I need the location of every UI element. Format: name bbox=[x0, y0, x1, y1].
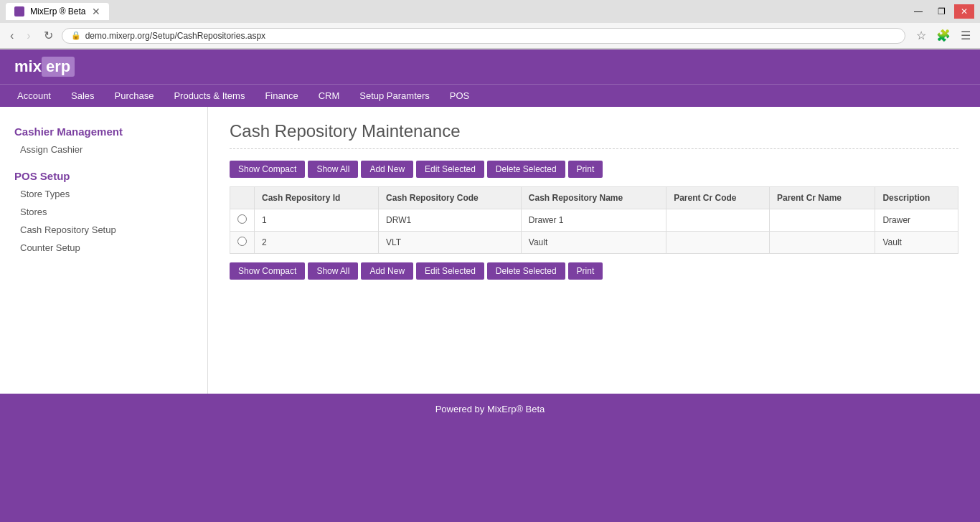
row-radio-cell[interactable] bbox=[230, 209, 255, 232]
show-compact-button-top[interactable]: Show Compact bbox=[230, 161, 305, 178]
title-bar: MixErp ® Beta ✕ — ❐ ✕ bbox=[0, 0, 980, 23]
row-description: Drawer bbox=[875, 209, 958, 232]
nav-crm[interactable]: CRM bbox=[308, 85, 350, 107]
row-code: VLT bbox=[379, 232, 522, 254]
extension-button[interactable]: 🧩 bbox=[933, 27, 954, 44]
main-content: Cash Repository Maintenance Show Compact… bbox=[208, 107, 980, 394]
row-description: Vault bbox=[875, 232, 958, 254]
footer-text: Powered by MixErp® Beta bbox=[435, 404, 545, 414]
row-radio-0[interactable] bbox=[237, 214, 247, 224]
browser-chrome: MixErp ® Beta ✕ — ❐ ✕ ‹ › ↻ 🔒 demo.mixer… bbox=[0, 0, 980, 49]
url-text: demo.mixerp.org/Setup/CashRepositories.a… bbox=[85, 31, 265, 41]
toolbar-bottom: Show Compact Show All Add New Edit Selec… bbox=[230, 262, 958, 280]
nav-purchase[interactable]: Purchase bbox=[105, 85, 164, 107]
data-table: Cash Repository Id Cash Repository Code … bbox=[230, 186, 958, 254]
row-code: DRW1 bbox=[379, 209, 522, 232]
page-title: Cash Repository Maintenance bbox=[230, 121, 958, 149]
close-button[interactable]: ✕ bbox=[954, 4, 974, 19]
browser-tab[interactable]: MixErp ® Beta ✕ bbox=[6, 3, 109, 20]
sidebar-pos-setup-title: POS Setup bbox=[0, 166, 207, 185]
col-code: Cash Repository Code bbox=[379, 187, 522, 209]
row-parent-cr-code bbox=[666, 232, 770, 254]
logo-erp: erp bbox=[42, 57, 75, 77]
table-header: Cash Repository Id Cash Repository Code … bbox=[230, 187, 958, 209]
row-parent-cr-name bbox=[769, 232, 875, 254]
row-radio-cell[interactable] bbox=[230, 232, 255, 254]
sidebar-cashier-management-title: Cashier Management bbox=[0, 121, 207, 141]
row-name: Vault bbox=[521, 232, 666, 254]
bookmark-button[interactable]: ☆ bbox=[913, 27, 930, 44]
main-nav: Account Sales Purchase Products & Items … bbox=[0, 84, 980, 107]
nav-finance[interactable]: Finance bbox=[255, 85, 308, 107]
tab-title: MixErp ® Beta bbox=[30, 6, 86, 16]
show-compact-button-bottom[interactable]: Show Compact bbox=[230, 262, 305, 280]
content-wrapper: Cashier Management Assign Cashier POS Se… bbox=[0, 107, 980, 394]
sidebar-item-cash-repository-setup[interactable]: Cash Repository Setup bbox=[0, 221, 207, 239]
sidebar: Cashier Management Assign Cashier POS Se… bbox=[0, 107, 208, 394]
tab-favicon bbox=[14, 6, 24, 16]
url-box[interactable]: 🔒 demo.mixerp.org/Setup/CashRepositories… bbox=[62, 28, 905, 44]
logo-mix: mix bbox=[14, 57, 42, 76]
print-button-bottom[interactable]: Print bbox=[568, 262, 603, 280]
toolbar-top: Show Compact Show All Add New Edit Selec… bbox=[230, 161, 958, 178]
menu-button[interactable]: ☰ bbox=[957, 27, 974, 44]
browser-toolbar: ☆ 🧩 ☰ bbox=[913, 27, 974, 44]
edit-selected-button-top[interactable]: Edit Selected bbox=[416, 161, 484, 178]
delete-selected-button-top[interactable]: Delete Selected bbox=[487, 161, 565, 178]
maximize-button[interactable]: ❐ bbox=[931, 4, 951, 19]
col-radio bbox=[230, 187, 255, 209]
col-name: Cash Repository Name bbox=[521, 187, 666, 209]
table-body: 1 DRW1 Drawer 1 Drawer 2 VLT Vault Vault bbox=[230, 209, 958, 254]
sidebar-item-assign-cashier[interactable]: Assign Cashier bbox=[0, 141, 207, 158]
url-icon: 🔒 bbox=[71, 31, 81, 40]
sidebar-item-stores[interactable]: Stores bbox=[0, 203, 207, 221]
row-parent-cr-name bbox=[769, 209, 875, 232]
window-controls: — ❐ ✕ bbox=[908, 4, 974, 19]
forward-button[interactable]: › bbox=[22, 28, 34, 44]
col-parent-cr-code: Parent Cr Code bbox=[666, 187, 770, 209]
sidebar-item-counter-setup[interactable]: Counter Setup bbox=[0, 239, 207, 257]
edit-selected-button-bottom[interactable]: Edit Selected bbox=[416, 262, 484, 280]
tab-close-button[interactable]: ✕ bbox=[92, 6, 100, 17]
nav-sales[interactable]: Sales bbox=[61, 85, 105, 107]
row-id: 1 bbox=[255, 209, 379, 232]
add-new-button-top[interactable]: Add New bbox=[361, 161, 413, 178]
footer: Powered by MixErp® Beta bbox=[0, 394, 980, 424]
row-parent-cr-code bbox=[666, 209, 770, 232]
sidebar-item-store-types[interactable]: Store Types bbox=[0, 185, 207, 203]
refresh-button[interactable]: ↻ bbox=[39, 27, 57, 44]
col-id: Cash Repository Id bbox=[255, 187, 379, 209]
address-bar: ‹ › ↻ 🔒 demo.mixerp.org/Setup/CashReposi… bbox=[0, 23, 980, 49]
show-all-button-bottom[interactable]: Show All bbox=[308, 262, 358, 280]
col-description: Description bbox=[875, 187, 958, 209]
table-row[interactable]: 1 DRW1 Drawer 1 Drawer bbox=[230, 209, 958, 232]
app-header: mix erp bbox=[0, 49, 980, 84]
row-name: Drawer 1 bbox=[521, 209, 666, 232]
back-button[interactable]: ‹ bbox=[6, 28, 18, 44]
delete-selected-button-bottom[interactable]: Delete Selected bbox=[487, 262, 565, 280]
show-all-button-top[interactable]: Show All bbox=[308, 161, 358, 178]
nav-setup-params[interactable]: Setup Paramters bbox=[349, 85, 440, 107]
nav-account[interactable]: Account bbox=[7, 85, 61, 107]
print-button-top[interactable]: Print bbox=[568, 161, 603, 178]
minimize-button[interactable]: — bbox=[908, 4, 928, 19]
add-new-button-bottom[interactable]: Add New bbox=[361, 262, 413, 280]
nav-pos[interactable]: POS bbox=[440, 85, 479, 107]
col-parent-cr-name: Parent Cr Name bbox=[769, 187, 875, 209]
nav-products[interactable]: Products & Items bbox=[164, 85, 255, 107]
row-id: 2 bbox=[255, 232, 379, 254]
app-logo[interactable]: mix erp bbox=[14, 57, 75, 77]
table-row[interactable]: 2 VLT Vault Vault bbox=[230, 232, 958, 254]
row-radio-1[interactable] bbox=[237, 237, 247, 246]
